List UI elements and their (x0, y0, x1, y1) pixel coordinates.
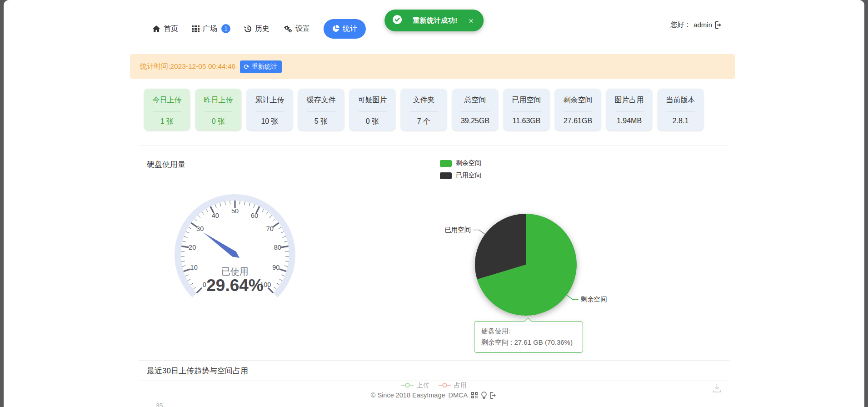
disk-chart-legend: 剩余空间已用空间 (440, 159, 481, 180)
line-symbol-icon (439, 382, 451, 389)
sign-out-icon[interactable] (715, 21, 723, 29)
stat-card-value: 27.61GB (555, 117, 601, 125)
trend-y-axis-label: 35 (156, 402, 163, 407)
nav-item-历史[interactable]: 历史 (244, 24, 269, 34)
stat-card-文件夹: 文件夹 7 个 (401, 89, 447, 131)
stat-card-昨日上传: 昨日上传 0 张 (195, 89, 241, 131)
main-container: 重新统计成功! × 首页广场1历史设置统计 您好： admin 统计时间:202… (134, 0, 734, 407)
legend-label: 剩余空间 (456, 159, 481, 167)
app-window: 重新统计成功! × 首页广场1历史设置统计 您好： admin 统计时间:202… (4, 0, 864, 407)
stat-card-value: 0 张 (195, 117, 241, 126)
svg-text:0: 0 (203, 281, 206, 288)
tooltip-title: 硬盘使用: (481, 326, 576, 337)
nav-item-label: 设置 (295, 24, 310, 34)
stat-card-label: 昨日上传 (195, 95, 241, 105)
svg-text:80: 80 (274, 244, 281, 251)
stat-card-divider (615, 111, 644, 111)
stat-cards-row: 今日上传 1 张昨日上传 0 张累计上传 10 张缓存文件 5 张可疑图片 0 … (144, 89, 703, 131)
stat-card-divider (564, 111, 592, 111)
stat-card-剩余空间: 剩余空间 27.61GB (555, 89, 601, 131)
stat-card-divider (205, 111, 233, 111)
pie-tooltip: 硬盘使用: 剩余空间 : 27.61 GB (70.36%) (474, 321, 583, 353)
nav-item-label: 首页 (164, 24, 178, 34)
svg-text:10: 10 (190, 264, 198, 271)
stat-card-label: 剩余空间 (555, 95, 601, 105)
stat-card-label: 缓存文件 (298, 95, 344, 105)
stat-card-divider (410, 111, 438, 111)
lightbulb-icon[interactable] (481, 392, 487, 399)
stat-card-label: 图片占用 (606, 95, 652, 105)
close-icon[interactable]: × (469, 16, 474, 25)
legend-swatch (440, 172, 452, 179)
refresh-stats-button[interactable]: ⟳ 重新统计 (240, 60, 282, 73)
stat-card-label: 文件夹 (401, 95, 447, 105)
section-divider (139, 360, 729, 361)
stat-card-当前版本: 当前版本 2.8.1 (658, 89, 703, 131)
refresh-icon: ⟳ (244, 63, 249, 70)
stat-card-value: 7 个 (401, 117, 447, 126)
nav-item-统计[interactable]: 统计 (324, 19, 366, 39)
trend-legend-item-上传[interactable]: 上传 (401, 382, 429, 390)
disk-usage-gauge-chart: 0102030405060708090100已使用29.64% (162, 182, 308, 327)
legend-label: 占用 (454, 382, 467, 390)
stat-card-divider (667, 111, 695, 111)
stats-time-text: 统计时间:2023-12-05 00:44:46 (140, 62, 235, 71)
svg-text:20: 20 (189, 244, 196, 251)
stat-card-divider (461, 111, 489, 111)
stat-card-value: 1 张 (144, 117, 190, 126)
sign-out-icon[interactable] (490, 392, 497, 399)
dmca-link[interactable]: DMCA (449, 392, 468, 399)
gears-icon (283, 25, 292, 33)
svg-text:60: 60 (251, 212, 258, 219)
toast-success: 重新统计成功! × (384, 10, 484, 31)
footer: © Since 2018 EasyImage DMCA (134, 392, 734, 399)
legend-label: 上传 (417, 382, 429, 390)
stat-card-label: 今日上传 (144, 95, 190, 105)
tooltip-value-line: 剩余空间 : 27.61 GB (70.36%) (481, 337, 576, 348)
qr-code-icon[interactable] (471, 392, 478, 399)
svg-text:已用空间: 已用空间 (444, 226, 471, 233)
nav-item-label: 统计 (343, 24, 357, 34)
svg-text:已使用: 已使用 (221, 266, 249, 276)
stat-card-divider (153, 111, 181, 111)
trend-legend-item-占用[interactable]: 占用 (439, 382, 467, 390)
stat-card-value: 11.63GB (504, 117, 549, 125)
svg-text:剩余空间: 剩余空间 (581, 296, 607, 303)
stat-card-divider (307, 111, 335, 111)
svg-text:40: 40 (212, 212, 219, 219)
check-circle-icon (393, 15, 402, 26)
stat-card-divider (513, 111, 541, 111)
stat-card-累计上传: 累计上传 10 张 (247, 89, 293, 131)
legend-label: 已用空间 (456, 171, 481, 180)
home-icon (152, 25, 160, 33)
stat-card-value: 1.94MB (606, 117, 652, 125)
history-icon (244, 25, 252, 33)
trend-section-title: 最近30日上传趋势与空间占用 (147, 366, 248, 376)
stat-card-缓存文件: 缓存文件 5 张 (298, 89, 344, 131)
stat-card-divider (359, 111, 387, 111)
nav-item-设置[interactable]: 设置 (283, 24, 310, 34)
nav-item-广场[interactable]: 广场1 (192, 24, 230, 34)
disk-usage-pie-chart: 剩余空间已用空间 (412, 192, 639, 337)
grid-icon (192, 25, 200, 32)
nav-item-label: 广场 (203, 24, 217, 34)
section-divider (139, 146, 729, 146)
nav-badge-count: 1 (221, 24, 230, 33)
legend-item-已用空间[interactable]: 已用空间 (440, 171, 481, 180)
copyright-text: © Since 2018 EasyImage (371, 392, 445, 399)
svg-text:29.64%: 29.64% (206, 276, 264, 295)
nav-item-label: 历史 (255, 24, 269, 34)
svg-text:90: 90 (272, 264, 279, 271)
stats-time-bar: 统计时间:2023-12-05 00:44:46 ⟳ 重新统计 (130, 54, 735, 79)
svg-text:70: 70 (266, 225, 274, 232)
nav-item-首页[interactable]: 首页 (152, 24, 178, 34)
refresh-label: 重新统计 (252, 63, 277, 71)
username: admin (693, 21, 712, 29)
stat-card-value: 5 张 (298, 117, 344, 126)
stat-card-label: 当前版本 (658, 95, 703, 105)
legend-item-剩余空间[interactable]: 剩余空间 (440, 159, 481, 167)
svg-text:30: 30 (196, 225, 204, 232)
top-nav: 首页广场1历史设置统计 (152, 18, 366, 39)
legend-swatch (440, 160, 452, 167)
stat-card-总空间: 总空间 39.25GB (452, 89, 498, 131)
